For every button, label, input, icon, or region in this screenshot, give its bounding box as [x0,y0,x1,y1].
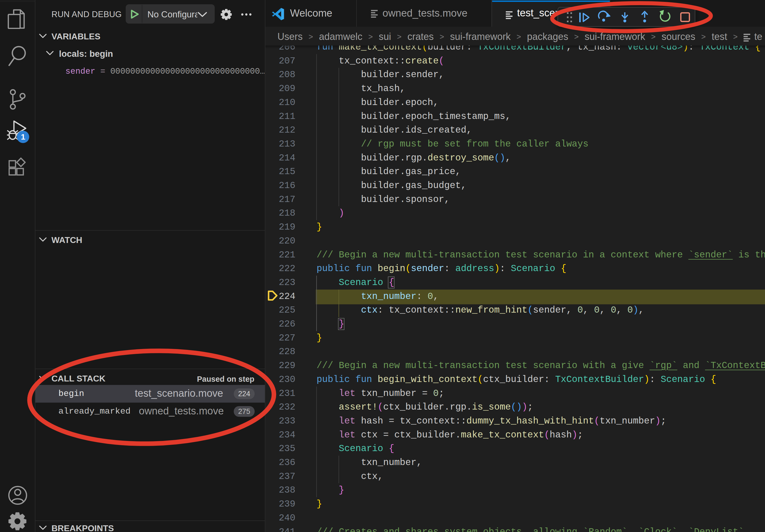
svg-text:1: 1 [21,132,25,141]
